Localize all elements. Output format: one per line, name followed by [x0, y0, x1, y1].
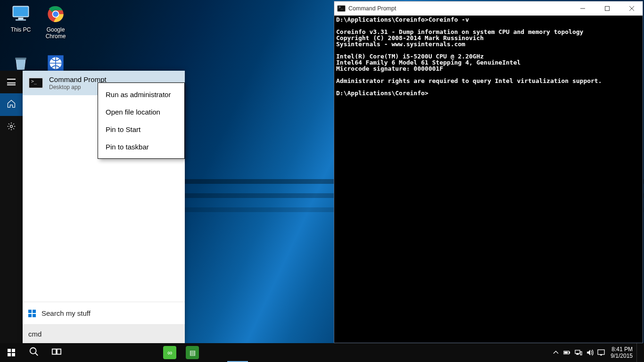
- svg-rect-13: [57, 349, 61, 354]
- taskbar-app-edge[interactable]: [68, 343, 91, 362]
- taskbar-app-file-explorer[interactable]: [91, 343, 113, 362]
- taskbar-right: 8:41 PM 9/1/2015: [550, 343, 644, 362]
- ctx-pin-to-taskbar[interactable]: Pin to taskbar: [98, 138, 184, 156]
- settings-button[interactable]: [0, 116, 23, 139]
- show-desktop-button[interactable]: [636, 343, 643, 362]
- search-input-value: cmd: [28, 330, 41, 338]
- search-input[interactable]: cmd: [23, 324, 185, 343]
- command-prompt-window: Command Prompt D:\Applications\Coreinfo>…: [334, 1, 643, 343]
- ctx-pin-to-start[interactable]: Pin to Start: [98, 121, 184, 138]
- svg-rect-32: [577, 354, 578, 354]
- svg-rect-33: [580, 352, 582, 355]
- taskbar-app-store[interactable]: [113, 343, 136, 362]
- cmd-window-title: Command Prompt: [348, 5, 396, 12]
- clock-date: 9/1/2015: [611, 353, 633, 359]
- command-prompt-icon: [28, 77, 43, 89]
- tray-volume-icon[interactable]: [584, 349, 595, 356]
- home-button[interactable]: [0, 93, 23, 116]
- hamburger-icon: [7, 79, 16, 85]
- svg-point-5: [53, 11, 58, 17]
- search-button[interactable]: [23, 343, 45, 362]
- svg-rect-10: [605, 7, 610, 11]
- desktop-icon-label: This PC: [4, 26, 38, 33]
- taskbar-app-command-prompt[interactable]: >_: [226, 343, 249, 362]
- desktop-icon-label: Google Chrome: [39, 26, 73, 40]
- search-icon: [29, 346, 39, 359]
- chrome-icon: [44, 3, 67, 25]
- command-prompt-icon: [337, 5, 346, 12]
- task-view-icon: [51, 346, 62, 359]
- svg-rect-6: [15, 58, 26, 59]
- minimize-button[interactable]: [572, 1, 594, 16]
- cmd-titlebar[interactable]: Command Prompt: [334, 1, 643, 16]
- search-my-stuff-button[interactable]: Search my stuff: [23, 302, 185, 324]
- app-icon: ∞: [163, 346, 176, 359]
- svg-rect-1: [18, 17, 24, 19]
- home-icon: [7, 99, 16, 110]
- svg-point-9: [10, 125, 13, 128]
- desktop-icon-google-chrome[interactable]: Google Chrome: [39, 3, 73, 40]
- tray-notifications-icon[interactable]: [595, 349, 607, 356]
- tray-chevron-up[interactable]: [550, 349, 561, 356]
- app-icon: ▤: [186, 346, 199, 359]
- tray-battery-icon[interactable]: [561, 349, 573, 356]
- svg-rect-2: [16, 19, 26, 21]
- search-my-stuff-label: Search my stuff: [41, 309, 91, 317]
- windows-tile-icon: [28, 310, 36, 317]
- start-rail: [0, 71, 23, 343]
- ctx-open-file-location[interactable]: Open file location: [98, 103, 184, 121]
- hamburger-button[interactable]: [0, 71, 23, 93]
- maximize-button[interactable]: [596, 1, 618, 16]
- svg-rect-29: [569, 352, 570, 353]
- taskbar-app-chrome[interactable]: [136, 343, 158, 362]
- start-button[interactable]: [0, 343, 23, 362]
- taskbar-app-green2[interactable]: ▤: [181, 343, 204, 362]
- context-menu: Run as administrator Open file location …: [98, 82, 185, 159]
- clock-time: 8:41 PM: [611, 346, 633, 353]
- gear-icon: [7, 122, 16, 133]
- ctx-run-as-administrator[interactable]: Run as administrator: [98, 86, 184, 103]
- svg-rect-31: [575, 350, 580, 354]
- svg-rect-34: [598, 350, 604, 354]
- svg-rect-0: [13, 7, 29, 17]
- taskbar: ∞ ▤ >_ 8:41 PM 9/1/2015: [0, 343, 644, 362]
- desktop-icon-this-pc[interactable]: This PC: [4, 3, 38, 33]
- taskbar-clock[interactable]: 8:41 PM 9/1/2015: [607, 346, 636, 359]
- cmd-output[interactable]: D:\Applications\Coreinfo>Coreinfo -v Cor…: [334, 16, 643, 343]
- svg-rect-30: [565, 352, 568, 353]
- pc-icon: [9, 3, 32, 25]
- windows-logo-icon: [8, 349, 15, 356]
- task-view-button[interactable]: [45, 343, 68, 362]
- taskbar-app-green[interactable]: ∞: [158, 343, 181, 362]
- taskbar-left: ∞ ▤ >_: [0, 343, 249, 362]
- taskbar-app-notepad[interactable]: [204, 343, 226, 362]
- svg-rect-12: [52, 349, 56, 354]
- svg-point-11: [30, 348, 36, 354]
- close-button[interactable]: [621, 1, 643, 16]
- tray-network-icon[interactable]: [573, 349, 584, 356]
